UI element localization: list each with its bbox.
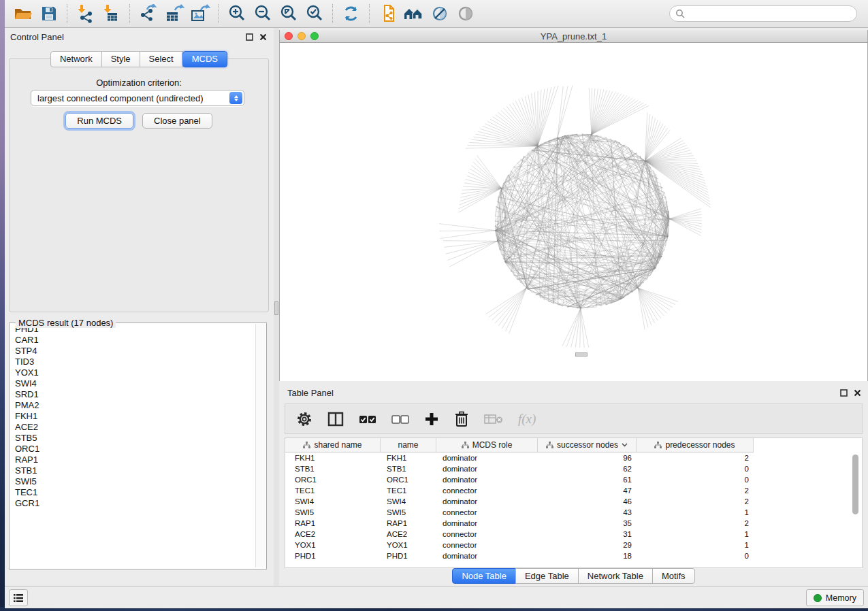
table-row[interactable]: SWI5SWI5connector431 bbox=[285, 507, 862, 518]
fit-content-icon[interactable] bbox=[277, 3, 300, 24]
column-header-predecessor-nodes[interactable]: predecessor nodes bbox=[637, 438, 754, 452]
mcds-result-item[interactable]: PMA2 bbox=[15, 400, 256, 411]
import-network-icon[interactable] bbox=[74, 3, 97, 24]
table-panel-title: Table Panel bbox=[287, 388, 334, 398]
table-row[interactable]: STB1STB1dominator620 bbox=[285, 463, 862, 474]
column-header-shared-name[interactable]: shared name bbox=[285, 438, 381, 452]
network-canvas[interactable] bbox=[280, 43, 867, 381]
mcds-result-item[interactable]: FKH1 bbox=[15, 411, 256, 422]
show-graphics-details-icon[interactable] bbox=[454, 3, 477, 24]
table-panel-titlebar: Table Panel bbox=[279, 384, 868, 401]
table-cell: YOX1 bbox=[285, 541, 381, 549]
vertical-splitter[interactable] bbox=[274, 28, 279, 587]
float-panel-icon[interactable] bbox=[840, 389, 848, 397]
zoom-in-icon[interactable] bbox=[225, 3, 248, 24]
mcds-result-item[interactable]: TID3 bbox=[15, 357, 256, 367]
sort-desc-icon bbox=[622, 443, 628, 447]
table-row[interactable]: YOX1YOX1connector291 bbox=[285, 540, 862, 550]
table-row[interactable]: TEC1TEC1connector472 bbox=[285, 485, 862, 496]
select-all-icon[interactable] bbox=[359, 414, 376, 424]
table-cell: 62 bbox=[538, 465, 637, 473]
tab-network-table[interactable]: Network Table bbox=[578, 568, 653, 584]
mcds-result-item[interactable]: STB5 bbox=[15, 433, 256, 444]
scrollbar-thumb[interactable] bbox=[852, 455, 858, 514]
export-image-icon[interactable] bbox=[189, 3, 212, 24]
table-cell: RAP1 bbox=[285, 519, 381, 527]
mcds-list-scrollbar[interactable] bbox=[255, 324, 266, 567]
mcds-result-item[interactable]: YOX1 bbox=[15, 367, 256, 378]
task-list-icon bbox=[13, 593, 24, 603]
import-table-icon[interactable] bbox=[100, 3, 123, 24]
search-input[interactable] bbox=[669, 5, 857, 22]
table-cell: dominator bbox=[436, 465, 538, 473]
column-header-successor-nodes[interactable]: successor nodes bbox=[538, 438, 637, 452]
deselect-all-icon[interactable] bbox=[391, 414, 409, 424]
criterion-dropdown[interactable]: largest connected component (undirected) bbox=[31, 90, 244, 106]
tab-edge-table[interactable]: Edge Table bbox=[515, 568, 579, 584]
network-graph[interactable] bbox=[280, 43, 867, 381]
mcds-result-item[interactable]: SWI5 bbox=[15, 476, 256, 487]
delete-column-icon[interactable] bbox=[454, 411, 469, 427]
export-network-icon[interactable] bbox=[137, 3, 160, 24]
zoom-out-icon[interactable] bbox=[251, 3, 274, 24]
mcds-result-item[interactable]: STB1 bbox=[15, 465, 256, 476]
hide-graphics-details-icon[interactable] bbox=[428, 3, 451, 24]
tab-node-table[interactable]: Node Table bbox=[452, 568, 516, 584]
float-panel-icon[interactable] bbox=[246, 33, 253, 41]
mcds-result-list[interactable]: PHD1CAR1STP4TID3YOX1SWI4SRD1PMA2FKH1ACE2… bbox=[10, 324, 256, 567]
show-all-network-windows-icon[interactable] bbox=[402, 3, 425, 24]
show-task-history-button[interactable] bbox=[9, 589, 28, 606]
table-row[interactable]: RAP1RAP1dominator352 bbox=[285, 518, 862, 529]
tab-network[interactable]: Network bbox=[50, 51, 102, 67]
column-header-mcds-role[interactable]: MCDS role bbox=[436, 438, 538, 452]
tab-motifs[interactable]: Motifs bbox=[652, 568, 695, 584]
table-row[interactable]: SWI4SWI4dominator462 bbox=[285, 496, 862, 507]
table-cell: TEC1 bbox=[381, 486, 436, 495]
show-column-panel-icon[interactable] bbox=[327, 412, 344, 427]
close-panel-icon[interactable] bbox=[854, 389, 861, 397]
table-panel: Table Panel bbox=[279, 384, 868, 586]
table-cell: connector bbox=[436, 530, 538, 538]
tab-style[interactable]: Style bbox=[101, 51, 140, 67]
mcds-result-item[interactable]: SRD1 bbox=[15, 389, 256, 400]
open-file-icon[interactable] bbox=[12, 3, 35, 24]
memory-label: Memory bbox=[826, 593, 856, 603]
network-view-window: YPA_prune.txt_1 bbox=[279, 30, 868, 381]
mcds-result-item[interactable]: CAR1 bbox=[15, 335, 256, 346]
table-row[interactable]: ACE2ACE2connector311 bbox=[285, 529, 862, 540]
table-row[interactable]: FKH1FKH1dominator962 bbox=[285, 452, 862, 463]
new-network-from-selection-icon[interactable] bbox=[376, 3, 400, 24]
table-scrollbar[interactable] bbox=[852, 455, 860, 563]
node-table[interactable]: shared namenameMCDS rolesuccessor nodesp… bbox=[285, 437, 863, 568]
mcds-result-item[interactable]: STP4 bbox=[15, 346, 256, 357]
network-window-titlebar[interactable]: YPA_prune.txt_1 bbox=[280, 30, 867, 43]
memory-button[interactable]: Memory bbox=[806, 589, 864, 606]
table-cell: FKH1 bbox=[381, 454, 436, 462]
table-cell: 1 bbox=[637, 530, 754, 538]
node-table-header: shared namenameMCDS rolesuccessor nodesp… bbox=[285, 438, 754, 452]
control-panel-tabs: NetworkStyleSelectMCDS bbox=[10, 51, 268, 67]
run-mcds-button[interactable]: Run MCDS bbox=[65, 113, 133, 129]
mcds-result-item[interactable]: ACE2 bbox=[15, 422, 256, 433]
mcds-result-item[interactable]: ORC1 bbox=[15, 444, 256, 455]
close-panel-button[interactable]: Close panel bbox=[142, 113, 212, 129]
tab-mcds[interactable]: MCDS bbox=[182, 51, 227, 67]
table-row[interactable]: ORC1ORC1dominator610 bbox=[285, 474, 862, 485]
save-session-icon[interactable] bbox=[37, 3, 61, 24]
splitter-handle[interactable] bbox=[274, 301, 278, 315]
zoom-selected-icon[interactable] bbox=[303, 3, 326, 24]
settings-gear-icon[interactable] bbox=[296, 411, 312, 427]
mcds-result-item[interactable]: TEC1 bbox=[15, 487, 256, 498]
mcds-result-item[interactable]: RAP1 bbox=[15, 455, 256, 465]
mcds-result-item[interactable]: SWI4 bbox=[15, 378, 256, 389]
tab-select[interactable]: Select bbox=[140, 51, 183, 67]
close-panel-icon[interactable] bbox=[259, 33, 267, 41]
table-cell: SWI4 bbox=[381, 497, 436, 506]
column-header-name[interactable]: name bbox=[381, 438, 436, 452]
table-row[interactable]: PHD1PHD1dominator180 bbox=[285, 550, 862, 561]
add-column-icon[interactable] bbox=[424, 412, 439, 427]
mcds-result-item[interactable]: GCR1 bbox=[15, 498, 256, 509]
refresh-layout-icon[interactable] bbox=[340, 3, 363, 24]
export-table-icon[interactable] bbox=[163, 3, 186, 24]
horizontal-splitter-handle[interactable] bbox=[575, 352, 588, 357]
